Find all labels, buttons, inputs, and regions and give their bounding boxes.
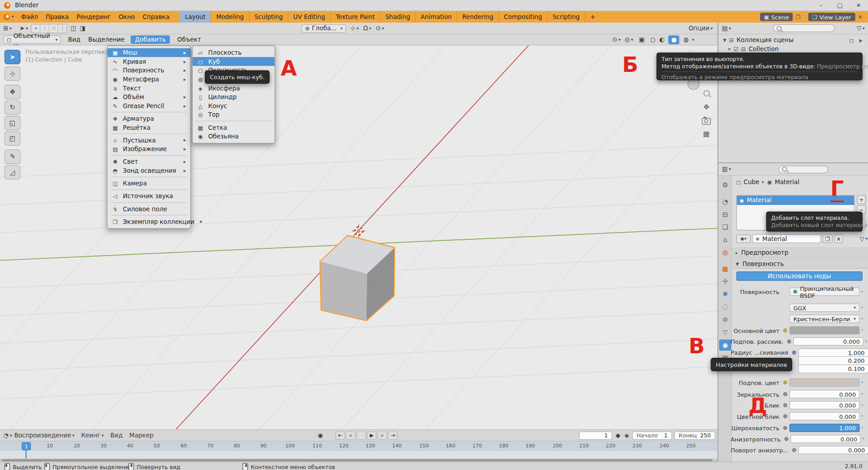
workspace-tab-shading[interactable]: Shading [381, 11, 416, 23]
animate-dot-icon[interactable]: • [863, 339, 868, 344]
use-nodes-button[interactable]: Использовать ноды [736, 271, 863, 281]
unlink-material-button[interactable]: ✕ [834, 234, 843, 243]
browse-material-button[interactable]: ◉▾ [736, 234, 751, 243]
material-name-field[interactable]: ◉Material [752, 234, 821, 243]
mesh-item-ico-sphere[interactable]: ◈Икосфера [193, 84, 274, 93]
animate-dot-icon[interactable]: • [860, 425, 865, 430]
tab-modifiers[interactable]: ✢ [719, 277, 731, 286]
add-workspace-button[interactable]: + [585, 11, 600, 23]
show-gizmos-button[interactable]: ⊙▾ [612, 36, 621, 43]
workspace-tab-rendering[interactable]: Rendering [457, 11, 499, 23]
tab-tool[interactable]: ⚙ [719, 180, 731, 190]
mode-dropdown[interactable]: ◻Объектный ...▾ [3, 35, 61, 43]
animate-dot-icon[interactable]: • [860, 316, 865, 321]
add-menu-item-lattice[interactable]: ▦Решётка [108, 123, 191, 132]
menu-view[interactable]: Вид [64, 34, 84, 45]
mesh-item-plane[interactable]: ▱Плоскость [193, 48, 274, 57]
expand-icon[interactable]: ▼ [723, 38, 726, 43]
current-frame-indicator[interactable]: 1 [22, 442, 31, 450]
minimize-button[interactable]: – [811, 0, 830, 10]
workspace-tab-modeling[interactable]: Modeling [211, 11, 250, 23]
animate-dot-icon[interactable]: • [860, 380, 865, 385]
subsurface-value[interactable]: 0.000 [793, 337, 864, 346]
show-overlays-button[interactable]: ◎▾ [625, 36, 633, 43]
zoom-icon[interactable] [700, 90, 712, 98]
tab-scene[interactable]: ⌂ [719, 235, 731, 244]
mesh-item-grid[interactable]: ▦Сетка [193, 123, 274, 132]
outliner-collection-row[interactable]: ▸ ☑ ⊟ Collection [728, 45, 778, 52]
collection-checkbox[interactable]: ☑ [733, 46, 738, 52]
play-reverse-button[interactable] [357, 431, 366, 439]
remove-view-layer-button[interactable]: ✕ [858, 14, 862, 20]
radius-x-value[interactable]: 1.000 [798, 348, 868, 356]
add-material-slot-button[interactable]: + [857, 195, 866, 204]
animate-dot-icon[interactable]: • [860, 403, 865, 408]
timeline-editor-type-button[interactable]: ◔▾ [3, 432, 12, 439]
add-menu-item-speaker[interactable]: ◁Источник звука [108, 192, 191, 201]
shading-solid-button[interactable]: ◐ [659, 36, 665, 43]
tab-view-layer[interactable]: ❏ [719, 223, 731, 232]
jump-to-start-button[interactable]: ⇤ [335, 431, 345, 439]
option-icon[interactable]: ∶ [41, 24, 50, 32]
auto-keying-button[interactable]: ◉ [318, 432, 323, 439]
maximize-button[interactable]: □ [830, 0, 849, 10]
animate-dot-icon[interactable]: • [860, 392, 865, 397]
next-keyframe-button[interactable]: » [377, 431, 387, 439]
frame-end-field[interactable]: Конец250 [674, 431, 715, 439]
outliner-search-input[interactable] [773, 24, 835, 32]
outliner-filter-button[interactable]: ▽▾ [857, 24, 865, 32]
animate-dot-icon[interactable]: • [860, 305, 865, 310]
tab-constraints[interactable]: ⊘ [719, 315, 731, 324]
metallic-value[interactable]: 0.000 [789, 390, 860, 398]
add-menu-item-light[interactable]: ✺Свет▸ [108, 157, 191, 166]
menu-marker[interactable]: Маркер [129, 432, 153, 439]
tab-particles[interactable]: ✱ [719, 290, 731, 299]
pan-hand-icon[interactable]: ✥ [700, 103, 712, 111]
mesh-item-cone[interactable]: △Конус [193, 101, 274, 110]
shading-material-preview-button[interactable]: ● [669, 35, 679, 44]
active-tool-button[interactable]: ➤▾ [19, 24, 28, 32]
tool-rotate[interactable]: ↻ [5, 100, 21, 115]
tab-object-data[interactable]: ▽ [719, 328, 731, 337]
tab-object[interactable]: ■ [719, 264, 731, 273]
close-button[interactable]: ✕ [849, 0, 868, 10]
tab-world[interactable]: ◍ [719, 248, 731, 257]
tool-scale[interactable]: ◱ [5, 116, 21, 130]
add-menu-item-light-probe[interactable]: ◓Зонд освещения▸ [108, 166, 191, 175]
menu-playback[interactable]: Воспроизведение▾ [14, 432, 74, 439]
play-button[interactable]: ▶ [367, 431, 377, 439]
tab-physics[interactable]: ◌ [719, 303, 731, 312]
menu-edit[interactable]: Правка [42, 11, 72, 23]
workspace-tab-uv-editing[interactable]: UV Editing [288, 11, 331, 23]
current-frame-field[interactable]: 1 [579, 431, 612, 439]
workspace-tab-sculpting[interactable]: Sculpting [250, 11, 288, 23]
add-menu-item-metaball[interactable]: ◉Метасфера▸ [108, 75, 191, 84]
radius-y-value[interactable]: 0.200 [798, 357, 868, 365]
outliner-column-icon[interactable]: ◻ [849, 38, 854, 43]
outliner-column-icon[interactable]: ➤ [858, 38, 863, 43]
animate-dot-icon[interactable]: • [860, 414, 865, 419]
tool-move[interactable]: ✥ [5, 85, 21, 99]
add-menu-item-empty[interactable]: ⊹Пустышка▸ [108, 136, 191, 145]
properties-editor-type-button[interactable]: ▥▾ [722, 166, 731, 173]
proportional-editing-button[interactable]: ⊙▾ [376, 24, 384, 32]
add-menu-item-curve[interactable]: ∿Кривая▸ [108, 57, 191, 66]
add-menu-item-armature[interactable]: ❖Арматура [108, 114, 191, 123]
outliner-editor-type-button[interactable]: ▤▾ [722, 24, 731, 32]
outliner-scene-collection-row[interactable]: ▼ ⊟ Коллекция сцены [723, 37, 793, 44]
add-menu-item-force-field[interactable]: ↯Силовое поле [108, 204, 191, 214]
mirror-y-button[interactable]: ◨ [80, 24, 85, 32]
surface-shader-dropdown[interactable]: Принципиальный BSDF [789, 288, 860, 296]
add-menu-item-grease-pencil[interactable]: ✎Grease Pencil▸ [108, 101, 191, 110]
option-icon[interactable]: ⋮ [58, 24, 66, 32]
camera-view-icon[interactable] [700, 116, 712, 126]
animate-dot-icon[interactable]: • [860, 328, 865, 333]
toggle-xray-button[interactable]: ▣ [639, 36, 645, 43]
orthographic-grid-icon[interactable]: ▦ [700, 130, 712, 138]
distribution-dropdown[interactable]: GGX▾ [789, 304, 860, 312]
radius-z-value[interactable]: 0.100 [798, 365, 868, 373]
menu-select[interactable]: Выделение [85, 34, 128, 45]
menu-file[interactable]: Файл [17, 11, 42, 23]
option-icon[interactable]: ∷ [50, 24, 59, 32]
pivot-point-button[interactable]: ⊹▾ [350, 24, 359, 32]
